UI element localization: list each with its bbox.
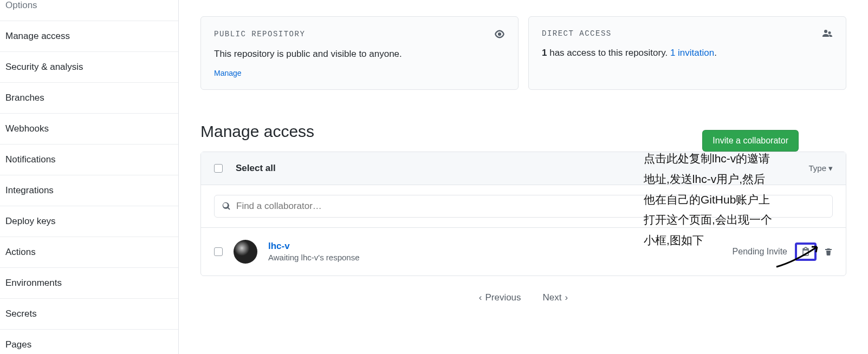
manage-visibility-link[interactable]: Manage (214, 69, 242, 77)
sidebar-item-branches[interactable]: Branches (0, 82, 178, 113)
sidebar-item-integrations[interactable]: Integrations (0, 175, 178, 206)
invitation-link[interactable]: 1 invitation (670, 48, 714, 58)
delete-collaborator-button[interactable] (824, 247, 833, 257)
next-label: Next (543, 292, 562, 303)
direct-access-card: DIRECT ACCESS 1 has access to this repos… (528, 16, 846, 90)
select-all-checkbox[interactable] (214, 164, 223, 173)
prev-page-button[interactable]: ‹ Previous (479, 292, 521, 303)
public-card-body: This repository is public and visible to… (214, 47, 505, 61)
chevron-left-icon: ‹ (479, 292, 482, 303)
trash-icon (824, 247, 833, 257)
row-checkbox[interactable] (214, 247, 223, 256)
settings-sidebar: Options Manage access Security & analysi… (0, 0, 179, 354)
avatar (234, 240, 257, 264)
sidebar-item-webhooks[interactable]: Webhooks (0, 113, 178, 144)
sidebar-item-security-analysis[interactable]: Security & analysis (0, 51, 178, 82)
type-label: Type (808, 163, 826, 173)
sidebar-item-notifications[interactable]: Notifications (0, 144, 178, 175)
sidebar-item-manage-access[interactable]: Manage access (0, 21, 178, 51)
sidebar-item-environments[interactable]: Environments (0, 267, 178, 298)
sidebar-item-secrets[interactable]: Secrets (0, 298, 178, 329)
sidebar-item-actions[interactable]: Actions (0, 237, 178, 267)
public-repo-card: PUBLIC REPOSITORY This repository is pub… (200, 16, 519, 90)
collaborator-username-link[interactable]: lhc-v (268, 241, 360, 252)
prev-label: Previous (485, 292, 521, 303)
next-page-button[interactable]: Next › (543, 292, 568, 303)
dot: . (714, 48, 717, 58)
chevron-right-icon: › (565, 292, 568, 303)
pagination: ‹ Previous Next › (200, 276, 846, 319)
public-card-title: PUBLIC REPOSITORY (214, 30, 305, 38)
access-text: has access to this repository. (547, 48, 670, 58)
direct-card-title: DIRECT ACCESS (542, 29, 612, 38)
direct-card-body: 1 has access to this repository. 1 invit… (542, 46, 833, 60)
type-filter-dropdown[interactable]: Type ▾ (808, 163, 833, 173)
sidebar-item-deploy-keys[interactable]: Deploy keys (0, 206, 178, 237)
select-all-label: Select all (236, 163, 276, 174)
search-icon (222, 202, 231, 211)
sidebar-item-pages[interactable]: Pages (0, 329, 178, 354)
caret-down-icon: ▾ (828, 163, 833, 173)
sidebar-item-options[interactable]: Options (0, 0, 178, 21)
people-icon (821, 29, 833, 38)
annotation-arrow-icon (774, 242, 822, 270)
collaborator-status: Awaiting lhc-v's response (268, 253, 360, 262)
eye-icon (494, 29, 505, 40)
annotation-note: 点击此处复制lhc-v的邀请地址,发送lhc-v用户,然后他在自己的GitHub… (644, 148, 776, 251)
